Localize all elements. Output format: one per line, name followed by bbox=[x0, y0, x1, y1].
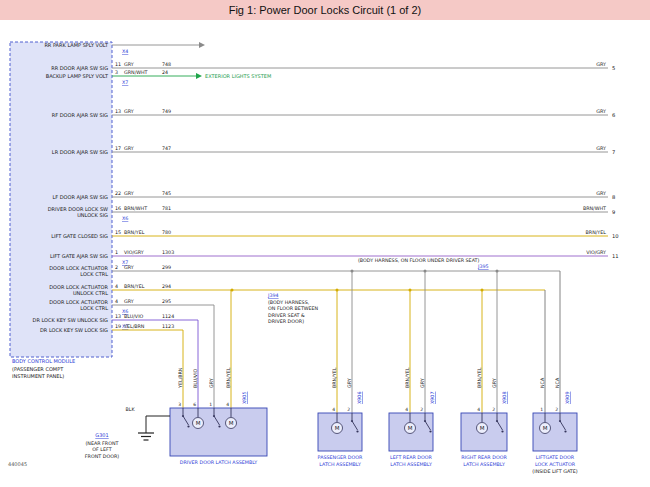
connector-link[interactable]: X905 bbox=[242, 392, 247, 404]
pin-label: 2 bbox=[347, 407, 350, 412]
lf-door-ajar-sw-sig-label: LF DOOR AJAR SW SIG bbox=[52, 194, 108, 200]
wire-color-label: GRY bbox=[124, 299, 134, 304]
door-lock-actuator-lock-ctrl-1-label: DOOR LOCK ACTUATOR bbox=[49, 265, 108, 271]
circuit-number: 747 bbox=[162, 146, 171, 151]
splice-link-j395[interactable]: J395 bbox=[477, 264, 489, 269]
pin-label: 6 bbox=[193, 402, 196, 407]
wire-continuation-ref: 8 bbox=[612, 194, 615, 200]
motor-symbol: M bbox=[335, 425, 340, 431]
dr-lock-key-sw-lock-sig-label: DR LOCK KEY SW LOCK SIG bbox=[40, 327, 108, 333]
circuit-number: 749 bbox=[162, 109, 171, 114]
pin-label: 4 bbox=[477, 407, 480, 412]
passenger-door-latch-assembly-label[interactable]: LATCH ASSEMBLY bbox=[319, 462, 361, 467]
left-rear-door-latch-assembly-label[interactable]: LEFT REAR DOOR bbox=[390, 455, 433, 460]
pin-label: 1 bbox=[540, 407, 543, 412]
pin-label: 2 bbox=[555, 407, 558, 412]
door-lock-actuator-unlock-ctrl-label: UNLOCK CTRL bbox=[73, 290, 108, 296]
driver-door-lock-sw-unlock-sig-label: DRIVER DOOR LOCK SW bbox=[48, 206, 108, 212]
drop-color-label: YEL/BRN bbox=[178, 367, 183, 389]
driver-door-latch-assembly-box bbox=[170, 408, 267, 456]
pin-label: 1 bbox=[115, 250, 118, 255]
right-rear-door-latch-assembly-label[interactable]: LATCH ASSEMBLY bbox=[463, 462, 505, 467]
motor-symbol: M bbox=[229, 420, 234, 426]
circuit-number: 748 bbox=[162, 62, 171, 67]
pin-label: 2 bbox=[492, 407, 495, 412]
switch-contact-dot bbox=[564, 430, 566, 432]
wire-color-label: GRY bbox=[124, 265, 134, 270]
left-rear-door-latch-assembly-label[interactable]: LATCH ASSEMBLY bbox=[390, 462, 432, 467]
wire-color-label: VIO/GRY bbox=[124, 250, 144, 255]
switch-contact-dot bbox=[429, 430, 431, 432]
switch-contact-dot bbox=[187, 425, 189, 427]
pin-label: 4 bbox=[226, 402, 229, 407]
pin-label: 4 bbox=[115, 299, 118, 304]
ground-link-g301[interactable]: G301 bbox=[95, 432, 108, 438]
pin-label: 4 bbox=[405, 407, 408, 412]
wire-color-label-right: GRY bbox=[596, 191, 606, 196]
drop-color-label: BRN/YEL bbox=[226, 367, 231, 388]
wire-color-label-right: VIO/GRY bbox=[586, 250, 606, 255]
drop-color-label: BRN/YEL bbox=[405, 367, 410, 388]
exterior-lights-system-link[interactable]: EXTERIOR LIGHTS SYSTEM bbox=[205, 73, 271, 79]
wire-color-label: GRY bbox=[124, 146, 134, 151]
pin-label: 19 bbox=[115, 324, 121, 329]
rr-door-ajar-sw-sig-label: RR DOOR AJAR SW SIG bbox=[51, 65, 108, 71]
pin-label: 2 bbox=[420, 407, 423, 412]
splice-link-j394[interactable]: J394 bbox=[267, 293, 279, 298]
rr-park-lamp-sply-volt-arrow-icon bbox=[199, 42, 205, 48]
circuit-number: 295 bbox=[162, 299, 171, 304]
pin-label: 3 bbox=[115, 70, 118, 75]
wire-color-label-right: GRY bbox=[596, 146, 606, 151]
dr-lock-key-sw-unlock-sig-label: DR LOCK KEY SW UNLOCK SIG bbox=[33, 317, 109, 323]
body-control-module-label: (PASSENGER COMPT bbox=[12, 366, 64, 372]
connector-link[interactable]: X908 bbox=[502, 392, 507, 404]
ground-wire bbox=[146, 416, 170, 433]
pin-label: 13 bbox=[115, 109, 121, 114]
j395-harness-note: (BODY HARNESS, ON FLOOR UNDER DRIVER SEA… bbox=[358, 258, 479, 263]
rr-park-lamp-sply-volt-label: RR PARK LAMP SPLY VOLT bbox=[44, 42, 109, 48]
switch-contact-dot bbox=[501, 430, 503, 432]
pin-label: 16 bbox=[115, 206, 121, 211]
figure-title: Fig 1: Power Door Locks Circuit (1 of 2) bbox=[0, 0, 650, 20]
pin-label: 4 bbox=[332, 407, 335, 412]
liftgate-door-lock-actuator-label[interactable]: LIFTGATE DOOR bbox=[536, 455, 575, 460]
j394-harness-note: DRIVER DOOR) bbox=[268, 319, 304, 324]
wire-color-label: YEL/BRN bbox=[123, 324, 145, 329]
liftgate-door-lock-actuator-label[interactable]: LOCK ACTUATOR bbox=[535, 462, 576, 467]
connector-link[interactable]: X4 bbox=[122, 49, 128, 54]
wire-continuation-ref: 7 bbox=[612, 149, 615, 155]
circuit-number: 745 bbox=[162, 191, 171, 196]
connector-link[interactable]: X909 bbox=[565, 392, 570, 404]
circuit-number: 294 bbox=[162, 284, 171, 289]
drop-color-label: GRY bbox=[209, 378, 214, 388]
motor-symbol: M bbox=[196, 420, 201, 426]
connector-link[interactable]: X907 bbox=[430, 392, 435, 404]
drop-color-label: NCA bbox=[555, 377, 560, 388]
connector-link[interactable]: X6 bbox=[122, 216, 128, 221]
pin-label: 13 bbox=[115, 314, 121, 319]
drop-color-label: GRY bbox=[492, 378, 497, 388]
connector-link[interactable]: X7 bbox=[122, 80, 128, 85]
right-rear-door-latch-assembly-label[interactable]: RIGHT REAR DOOR bbox=[461, 455, 507, 460]
pin-label: 3 bbox=[178, 402, 181, 407]
switch-contact-dot bbox=[218, 425, 220, 427]
circuit-number: 299 bbox=[162, 265, 171, 270]
wire-color-label: GRY bbox=[124, 191, 134, 196]
wire-color-label: BRN/WHT bbox=[124, 206, 147, 211]
circuit-number: 24 bbox=[162, 70, 168, 75]
liftgate-door-lock-actuator-box bbox=[533, 413, 577, 451]
body-control-module-label[interactable]: BODY CONTROL MODULE bbox=[12, 358, 75, 364]
wire-color-label: GRN/WHT bbox=[124, 70, 148, 75]
drop-color-label: NCA bbox=[540, 377, 545, 388]
j394-harness-note: (BODY HARNESS, bbox=[268, 300, 310, 305]
wiring-diagram-page: Fig 1: Power Door Locks Circuit (1 of 2)… bbox=[0, 0, 650, 487]
pin-label: 1 bbox=[209, 402, 212, 407]
driver-door-latch-assembly-label[interactable]: DRIVER DOOR LATCH ASSEMBLY bbox=[180, 460, 257, 465]
connector-link[interactable]: X906 bbox=[357, 392, 362, 404]
passenger-door-latch-assembly-label[interactable]: PASSENGER DOOR bbox=[318, 455, 363, 460]
j394-harness-note: DRIVER SEAT & bbox=[268, 313, 305, 318]
ground-wire-color-label: BLK bbox=[125, 407, 135, 412]
circuit-number: 780 bbox=[162, 230, 171, 235]
switch-contact-dot bbox=[356, 430, 358, 432]
wire-continuation-ref: 11 bbox=[612, 253, 619, 259]
